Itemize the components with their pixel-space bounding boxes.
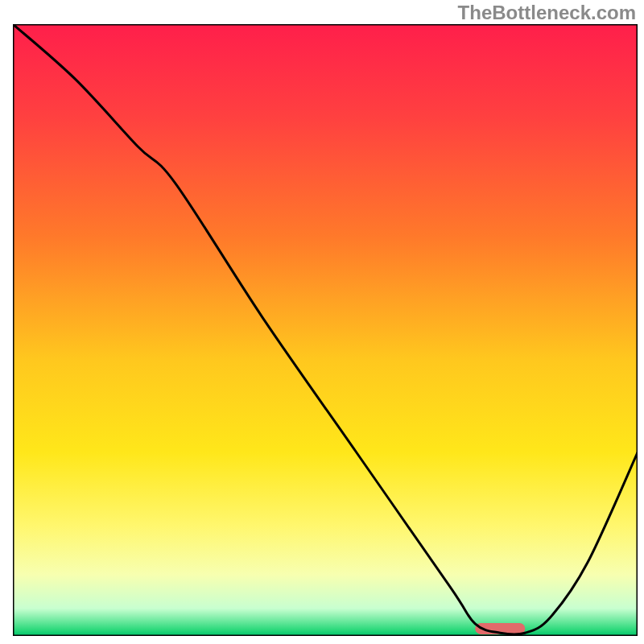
- gradient-background: [13, 24, 638, 636]
- chart-frame: TheBottleneck.com: [0, 0, 644, 644]
- chart-svg: [13, 24, 638, 636]
- watermark-text: TheBottleneck.com: [458, 2, 636, 24]
- plot-area: [13, 24, 638, 636]
